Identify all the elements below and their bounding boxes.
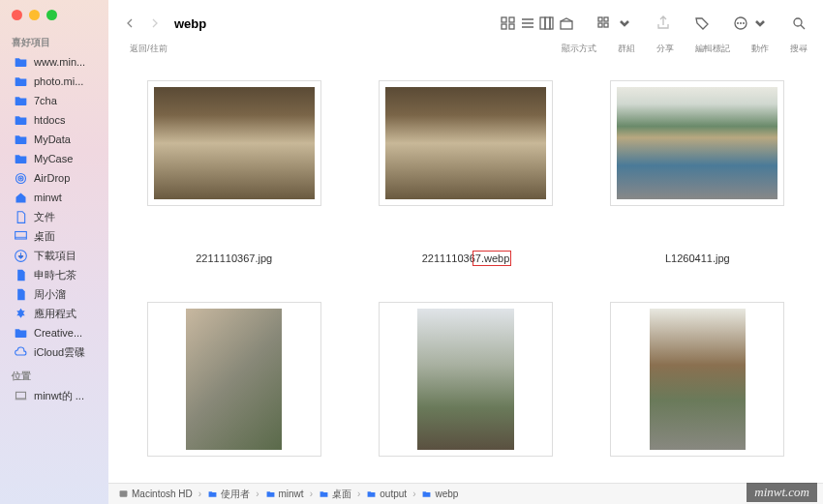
sidebar-item-label: 桌面 [34, 229, 55, 244]
path-segment[interactable]: Macintosh HD [118, 489, 193, 499]
file-item[interactable]: 2211110367.webp [350, 80, 581, 292]
svg-rect-23 [120, 490, 128, 496]
minimize-icon[interactable] [29, 10, 40, 20]
sidebar-item-5[interactable]: MyCase [0, 149, 108, 168]
sidebar-item-label: 下載項目 [34, 249, 76, 263]
file-name: 2211110367.webp [422, 252, 510, 264]
svg-rect-5 [16, 392, 26, 399]
sidebar-item-7[interactable]: minwt [0, 188, 108, 207]
sidebar-item-label: 應用程式 [34, 307, 76, 321]
watermark: minwt.com [747, 483, 817, 502]
share-button[interactable] [655, 15, 672, 31]
sidebar-item-label: 文件 [34, 210, 55, 224]
sidebar-item-10[interactable]: 下載項目 [0, 246, 108, 265]
sidebar-item-label: 周小溜 [34, 287, 66, 302]
sidebar-item-2[interactable]: 7cha [0, 91, 108, 110]
file-thumbnail [610, 80, 784, 206]
sidebar-item-label: minwt [34, 192, 62, 203]
file-thumbnail [610, 302, 784, 457]
file-thumbnail [379, 302, 553, 457]
sidebar-item-label: www.min... [34, 56, 85, 68]
path-segment[interactable]: minwt [265, 489, 304, 499]
svg-point-20 [740, 22, 742, 24]
toolbar: webp [108, 0, 823, 43]
sidebar-item-label: MyCase [34, 153, 73, 164]
svg-rect-13 [561, 21, 572, 29]
file-thumbnail [147, 80, 321, 206]
file-item[interactable] [350, 302, 581, 485]
svg-rect-7 [509, 17, 514, 22]
path-segment[interactable]: 桌面 [319, 488, 351, 501]
sidebar-item-14[interactable]: Creative... [0, 323, 108, 342]
sidebar-item-11[interactable]: 申時七茶 [0, 265, 108, 284]
sidebar-item-3[interactable]: htdocs [0, 110, 108, 130]
sidebar-item-label: 申時七茶 [34, 268, 76, 282]
search-button[interactable] [790, 15, 808, 31]
sidebar-item-6[interactable]: AirDrop [0, 168, 108, 188]
back-icon[interactable] [124, 17, 136, 29]
file-item[interactable]: L1260411.jpg [582, 80, 813, 292]
sidebar-item-13[interactable]: 應用程式 [0, 304, 108, 323]
view-label: 顯示方式 [562, 43, 596, 55]
window-title: webp [174, 16, 206, 31]
file-grid: 2211110367.jpg2211110367.webpL1260411.jp… [108, 61, 823, 504]
action-button[interactable] [732, 15, 769, 31]
tags-button[interactable] [693, 15, 711, 31]
sidebar-item-4[interactable]: MyData [0, 130, 108, 149]
sidebar-item-9[interactable]: 桌面 [0, 226, 108, 246]
close-icon[interactable] [12, 10, 22, 20]
favorites-header: 喜好項目 [0, 28, 108, 52]
svg-rect-9 [509, 24, 514, 29]
forward-icon[interactable] [149, 17, 161, 29]
svg-rect-6 [502, 17, 506, 22]
file-name: L1260411.jpg [665, 252, 730, 264]
svg-rect-10 [540, 17, 545, 29]
sidebar-item-0[interactable]: www.min... [0, 52, 108, 72]
sidebar-item-label: minwt的 ... [34, 389, 84, 403]
sidebar-item-15[interactable]: iCloud雲碟 [0, 342, 108, 362]
sidebar: 喜好項目 www.min...photo.mi...7chahtdocsMyDa… [0, 0, 108, 504]
tags-label: 編輯標記 [695, 43, 730, 55]
svg-rect-12 [550, 17, 553, 29]
sidebar-item-12[interactable]: 周小溜 [0, 284, 108, 304]
sidebar-item-8[interactable]: 文件 [0, 207, 108, 226]
window-controls [0, 0, 108, 28]
share-label: 分享 [656, 43, 674, 55]
sidebar-item-label: MyData [34, 133, 71, 145]
path-segment[interactable]: output [366, 489, 407, 499]
svg-point-22 [794, 18, 802, 26]
path-segment[interactable]: 使用者 [207, 488, 250, 501]
file-item[interactable] [118, 302, 350, 485]
svg-rect-16 [598, 23, 602, 27]
sidebar-loc-0[interactable]: minwt的 ... [0, 386, 108, 405]
sidebar-item-label: Creative... [34, 327, 82, 339]
group-button[interactable] [596, 15, 633, 31]
svg-point-21 [743, 22, 745, 24]
path-bar[interactable]: Macintosh HD›使用者›minwt›桌面›output›webp [108, 483, 823, 504]
maximize-icon[interactable] [46, 10, 57, 20]
file-thumbnail [379, 80, 553, 206]
sidebar-item-label: iCloud雲碟 [34, 345, 85, 360]
sidebar-item-label: htdocs [34, 114, 65, 126]
sidebar-item-label: AirDrop [34, 172, 70, 184]
nav-arrows [124, 17, 161, 29]
path-segment[interactable]: webp [421, 489, 458, 499]
svg-rect-14 [598, 17, 602, 21]
svg-rect-8 [502, 24, 506, 29]
svg-rect-15 [604, 17, 608, 21]
svg-rect-17 [604, 23, 608, 27]
sidebar-item-label: 7cha [34, 95, 57, 106]
search-label: 搜尋 [790, 43, 808, 55]
main-pane: webp 返回/往前 顯示方式 群組 分享 編輯標記 動作 搜尋 2211110… [108, 0, 823, 504]
file-item[interactable] [582, 302, 813, 485]
svg-point-19 [737, 22, 739, 24]
action-label: 動作 [751, 43, 769, 55]
view-buttons[interactable] [500, 15, 575, 31]
file-name: 2211110367.jpg [196, 252, 272, 264]
sidebar-item-label: photo.mi... [34, 75, 83, 87]
svg-rect-11 [545, 17, 550, 29]
sidebar-item-1[interactable]: photo.mi... [0, 72, 108, 91]
locations-header: 位置 [0, 362, 108, 386]
svg-rect-3 [15, 231, 27, 239]
file-item[interactable]: 2211110367.jpg [118, 80, 350, 292]
